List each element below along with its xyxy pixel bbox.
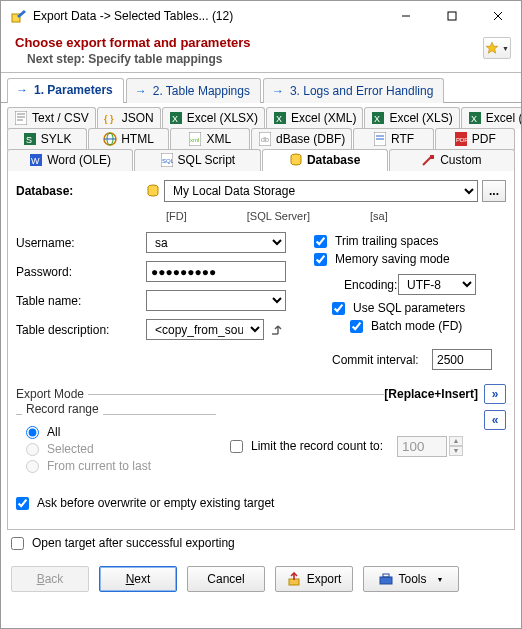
format-tab-sqlscript[interactable]: SQLSQL Script: [134, 149, 260, 171]
wizard-tab-logs[interactable]: → 3. Logs and Error Handling: [263, 78, 444, 103]
tablename-select[interactable]: [146, 290, 286, 311]
tablename-label: Table name:: [16, 294, 146, 308]
ask-overwrite-checkbox[interactable]: Ask before overwrite or empty existing t…: [16, 496, 506, 510]
arrow-right-icon: →: [16, 83, 28, 97]
commit-interval-input[interactable]: [432, 349, 492, 370]
button-label: Cancel: [207, 572, 244, 586]
close-button[interactable]: [475, 1, 521, 31]
header: Choose export format and parameters Next…: [1, 31, 521, 73]
radio-label: All: [47, 425, 60, 439]
memory-saving-checkbox[interactable]: Memory saving mode: [314, 252, 506, 266]
tabledesc-select[interactable]: <copy_from_source>: [146, 319, 264, 340]
encoding-select[interactable]: UTF-8: [398, 274, 476, 295]
format-tab-pdf[interactable]: PDFPDF: [435, 128, 515, 150]
button-label: Export: [307, 572, 342, 586]
database-icon: [289, 153, 303, 167]
format-label: PDF: [472, 132, 496, 146]
revert-icon[interactable]: [268, 323, 282, 337]
database-label: Database:: [16, 184, 146, 198]
svg-text:W: W: [31, 156, 40, 166]
format-panel-database: Database: My Local Data Storage ... [FD]…: [7, 170, 515, 530]
maximize-button[interactable]: [429, 1, 475, 31]
limit-record-checkbox[interactable]: Limit the record count to:: [230, 439, 383, 453]
trim-spaces-checkbox[interactable]: Trim trailing spaces: [314, 234, 506, 248]
favorites-button[interactable]: ▼: [483, 37, 511, 59]
format-tab-excelole[interactable]: XExcel (OLE): [461, 107, 522, 129]
password-label: Password:: [16, 265, 146, 279]
format-label: Excel (XLSX): [187, 111, 258, 125]
wizard-tab-mappings[interactable]: → 2. Table Mappings: [126, 78, 261, 103]
format-tab-xlsx[interactable]: XExcel (XLSX): [162, 107, 265, 129]
format-tab-dbase[interactable]: dbdBase (DBF): [251, 128, 352, 150]
format-tabs: Text / CSV { }JSON XExcel (XLSX) XExcel …: [1, 103, 521, 530]
use-sql-params-checkbox[interactable]: Use SQL parameters: [332, 301, 506, 315]
app-icon: [11, 8, 27, 24]
database-row: Database: My Local Data Storage ...: [16, 180, 506, 202]
range-fromcurrent-radio[interactable]: From current to last: [26, 459, 210, 473]
svg-text:X: X: [374, 114, 380, 124]
record-range-group: Record range All Selected From current t…: [16, 414, 216, 482]
wizard-tab-label: 3. Logs and Error Handling: [290, 84, 433, 98]
format-tab-database[interactable]: Database: [262, 149, 388, 171]
spinner: ▲ ▼: [449, 436, 463, 456]
collapse-button[interactable]: «: [484, 410, 506, 430]
format-tab-excelxls[interactable]: XExcel (XLS): [364, 107, 459, 129]
format-tab-rtf[interactable]: RTF: [353, 128, 433, 150]
format-tab-custom[interactable]: Custom: [389, 149, 515, 171]
rtf-icon: [373, 132, 387, 146]
username-select[interactable]: sa: [146, 232, 286, 253]
format-label: Excel (XML): [291, 111, 356, 125]
browse-button[interactable]: ...: [482, 180, 506, 202]
export-button[interactable]: Export: [275, 566, 353, 592]
next-button[interactable]: Next: [99, 566, 177, 592]
checkbox-label: Open target after successful exporting: [32, 536, 235, 550]
checkbox-label: Limit the record count to:: [251, 439, 383, 453]
format-label: HTML: [121, 132, 154, 146]
page-title: Choose export format and parameters: [15, 35, 507, 50]
custom-icon: [422, 153, 436, 167]
format-tab-xml[interactable]: xmlXML: [170, 128, 250, 150]
format-tab-wordole[interactable]: WWord (OLE): [7, 149, 133, 171]
username-label: Username:: [16, 236, 146, 250]
text-icon: [14, 111, 28, 125]
window-title: Export Data -> Selected Tables... (12): [33, 9, 233, 23]
excel-icon: X: [468, 111, 482, 125]
range-all-radio[interactable]: All: [26, 425, 210, 439]
spin-up-button[interactable]: ▲: [449, 436, 463, 446]
svg-text:S: S: [26, 135, 32, 145]
minimize-button[interactable]: [383, 1, 429, 31]
format-tab-html[interactable]: HTML: [88, 128, 168, 150]
tools-button[interactable]: Tools ▼: [363, 566, 459, 592]
format-tab-textcsv[interactable]: Text / CSV: [7, 107, 96, 129]
password-input[interactable]: [146, 261, 286, 282]
format-tab-json[interactable]: { }JSON: [97, 107, 161, 129]
commit-interval-label: Commit interval:: [314, 353, 432, 367]
button-label: Tools: [399, 572, 427, 586]
format-label: dBase (DBF): [276, 132, 345, 146]
svg-text:X: X: [172, 114, 178, 124]
batch-mode-checkbox[interactable]: Batch mode (FD): [350, 319, 506, 333]
format-tab-excelxml[interactable]: XExcel (XML): [266, 107, 363, 129]
open-after-checkbox[interactable]: Open target after successful exporting: [1, 530, 521, 556]
radio-label: From current to last: [47, 459, 151, 473]
radio-label: Selected: [47, 442, 94, 456]
wizard-tab-parameters[interactable]: → 1. Parameters: [7, 78, 124, 103]
format-label: Database: [307, 153, 360, 167]
svg-rect-6: [15, 111, 27, 125]
tabledesc-label: Table description:: [16, 323, 146, 337]
svg-rect-2: [448, 12, 456, 20]
range-selected-radio[interactable]: Selected: [26, 442, 210, 456]
sql-icon: SQL: [160, 153, 174, 167]
spin-down-button[interactable]: ▼: [449, 446, 463, 456]
format-tab-sylk[interactable]: SSYLK: [7, 128, 87, 150]
limit-count-input: [397, 436, 447, 457]
html-icon: [103, 132, 117, 146]
database-select[interactable]: My Local Data Storage: [164, 180, 478, 202]
checkbox-label: Memory saving mode: [335, 252, 450, 266]
arrow-right-icon: →: [272, 84, 284, 98]
cancel-button[interactable]: Cancel: [187, 566, 265, 592]
expand-button[interactable]: »: [484, 384, 506, 404]
arrow-right-icon: →: [135, 84, 147, 98]
svg-text:X: X: [471, 114, 477, 124]
svg-rect-42: [380, 577, 392, 584]
